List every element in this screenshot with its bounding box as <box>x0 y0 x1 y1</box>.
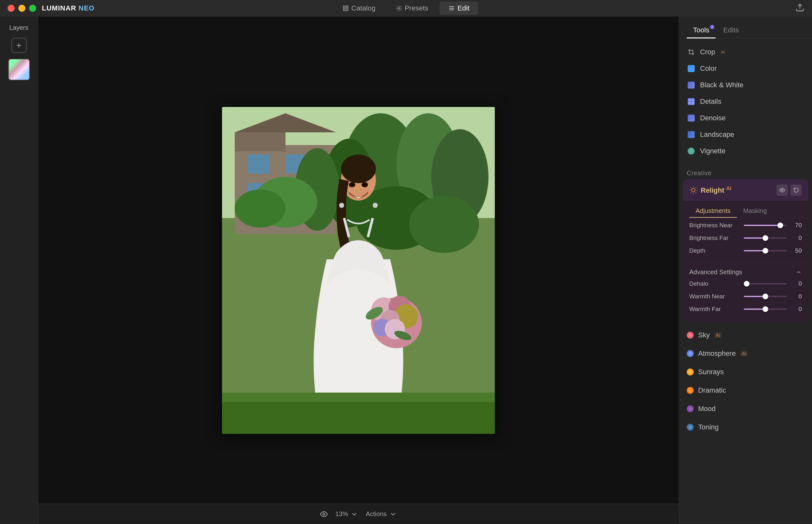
dehalo-label: Dehalo <box>689 280 740 287</box>
warmth-near-row: Warmth Near 0 <box>689 293 802 300</box>
svg-point-44 <box>373 203 378 208</box>
brightness-near-thumb[interactable] <box>777 223 783 228</box>
edit-nav-button[interactable]: Edit <box>440 2 478 15</box>
tool-item-bw[interactable]: Black & White <box>679 77 812 93</box>
atmosphere-ai-badge: AI <box>740 351 748 356</box>
warmth-near-value: 0 <box>791 293 802 300</box>
dehalo-thumb[interactable] <box>744 281 749 286</box>
minimize-button[interactable] <box>18 5 26 12</box>
depth-fill <box>744 250 765 251</box>
zoom-control[interactable]: 13% <box>335 510 358 518</box>
brightness-far-track[interactable] <box>744 238 786 239</box>
visibility-toggle[interactable] <box>320 510 328 518</box>
masking-tab[interactable]: Masking <box>737 205 773 218</box>
canvas-area: 13% Actions <box>38 17 679 524</box>
relight-visibility-button[interactable] <box>777 184 788 196</box>
advanced-settings-content: Dehalo 0 Warmth Near 0 <box>683 280 808 322</box>
presets-nav-button[interactable]: Presets <box>387 2 437 15</box>
dehalo-row: Dehalo 0 <box>689 280 802 287</box>
bw-icon <box>687 81 696 89</box>
details-icon <box>687 97 696 106</box>
add-layer-button[interactable]: + <box>12 38 27 53</box>
relight-title: Relight AI <box>701 186 773 195</box>
titlebar-right <box>795 3 805 13</box>
relight-ai-badge: AI <box>726 186 731 191</box>
svg-line-49 <box>691 187 692 188</box>
svg-point-4 <box>398 7 400 9</box>
brightness-far-thumb[interactable] <box>762 235 768 241</box>
layer-thumbnail[interactable] <box>8 59 30 80</box>
tool-item-mood[interactable]: Mood <box>679 399 812 418</box>
tool-item-color[interactable]: Color <box>679 60 812 77</box>
vignette-icon <box>687 147 696 155</box>
svg-rect-12 <box>235 132 286 151</box>
main-area: Layers + <box>0 17 812 524</box>
atmosphere-label: Atmosphere <box>698 349 736 358</box>
dehalo-value: 0 <box>791 280 802 287</box>
tool-item-denoise[interactable]: Denoise <box>679 110 812 126</box>
warmth-far-track[interactable] <box>744 309 786 310</box>
tool-item-toning[interactable]: Toning <box>679 418 812 437</box>
sky-label: Sky <box>698 331 710 339</box>
presets-label: Presets <box>405 4 428 12</box>
tool-item-sky[interactable]: Sky AI <box>679 326 812 344</box>
warmth-near-thumb[interactable] <box>762 294 768 299</box>
actions-chevron-icon <box>389 510 397 518</box>
catalog-nav-button[interactable]: Catalog <box>334 2 385 15</box>
brightness-far-fill <box>744 238 765 239</box>
tools-tab[interactable]: Tools 2 <box>687 23 715 38</box>
vignette-label: Vignette <box>700 147 725 155</box>
tool-item-atmosphere[interactable]: Atmosphere AI <box>679 344 812 363</box>
edit-label: Edit <box>457 4 470 12</box>
crop-ai-badge: AI <box>721 50 725 54</box>
tools-badge: 2 <box>710 25 714 29</box>
depth-label: Depth <box>689 247 740 254</box>
svg-line-53 <box>691 192 692 193</box>
denoise-label: Denoise <box>700 114 726 122</box>
dramatic-label: Dramatic <box>698 386 726 394</box>
close-button[interactable] <box>7 5 15 12</box>
svg-rect-3 <box>346 9 348 11</box>
mood-label: Mood <box>698 405 715 413</box>
dehalo-track[interactable] <box>744 283 786 284</box>
adjustments-tab[interactable]: Adjustments <box>689 205 737 218</box>
bw-label: Black & White <box>700 81 744 89</box>
actions-button[interactable]: Actions <box>366 510 397 518</box>
svg-point-27 <box>341 154 376 183</box>
tool-item-landscape[interactable]: Landscape <box>679 126 812 143</box>
layer-thumb-image <box>9 59 29 80</box>
warmth-near-label: Warmth Near <box>689 293 740 300</box>
zoom-chevron-icon <box>351 510 358 518</box>
warmth-far-fill <box>744 309 765 310</box>
brightness-far-value: 0 <box>791 234 802 242</box>
catalog-label: Catalog <box>352 4 375 12</box>
relight-sliders: Brightness Near 70 Brightness Far 0 <box>683 218 808 264</box>
relight-panel: Relight AI <box>683 179 808 322</box>
dramatic-dot <box>687 387 694 394</box>
landscape-icon <box>687 130 696 139</box>
maximize-button[interactable] <box>29 5 36 12</box>
tool-item-dramatic[interactable]: Dramatic <box>679 381 812 399</box>
tool-item-crop[interactable]: Crop AI <box>679 44 812 60</box>
toning-label: Toning <box>698 423 719 431</box>
depth-thumb[interactable] <box>762 248 768 253</box>
panel-tabs: Tools 2 Edits <box>679 17 812 39</box>
relight-reset-button[interactable] <box>791 184 802 196</box>
adjustment-tabs: Adjustments Masking <box>683 201 808 218</box>
depth-track[interactable] <box>744 250 786 251</box>
svg-line-54 <box>696 187 696 188</box>
depth-row: Depth 50 <box>689 247 802 254</box>
tool-item-details[interactable]: Details <box>679 93 812 110</box>
zoom-value: 13% <box>335 510 348 518</box>
svg-point-55 <box>781 190 783 191</box>
sunrays-label: Sunrays <box>698 368 724 376</box>
brightness-near-track[interactable] <box>744 225 786 226</box>
advanced-settings-header[interactable]: Advanced Settings <box>683 264 808 280</box>
advanced-settings-chevron-icon <box>795 269 802 276</box>
warmth-far-thumb[interactable] <box>762 306 768 312</box>
tool-item-vignette[interactable]: Vignette <box>679 143 812 159</box>
tool-item-sunrays[interactable]: Sunrays <box>679 363 812 381</box>
edits-tab[interactable]: Edits <box>717 23 745 38</box>
warmth-near-track[interactable] <box>744 296 786 297</box>
layers-title: Layers <box>9 24 28 31</box>
